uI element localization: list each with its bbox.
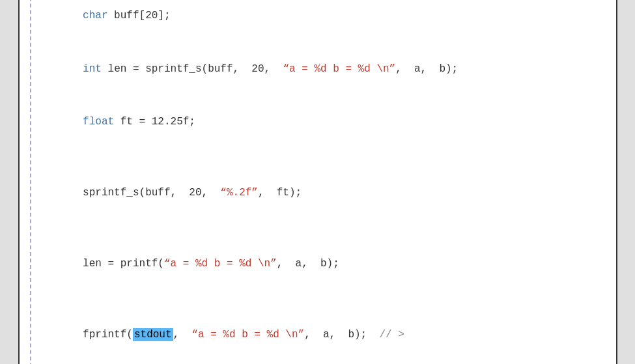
code-line-2: char buff[20]; (46, 0, 597, 43)
empty-line-3 (46, 290, 597, 308)
code-line-4: float ft = 12.25f; (46, 96, 597, 149)
code-area: { int a = 100, b = 200; char buff[20]; i… (46, 0, 597, 364)
code-line-6: sprintf_s(buff, 20, “%.2f”, ft); (46, 167, 597, 220)
keyword-char: char (83, 10, 107, 21)
code-line-10: fprintf(stdout, “a = %d b = %d \n”, a, b… (46, 308, 597, 361)
stdout-highlight: stdout (133, 328, 173, 341)
code-window: { int a = 100, b = 200; char buff[20]; i… (18, 0, 617, 364)
code-line-3: int len = sprintf_s(buff, 20, “a = %d b … (46, 43, 597, 96)
empty-line-1 (46, 149, 597, 167)
code-line-8: len = printf(“a = %d b = %d \n”, a, b); (46, 238, 597, 291)
comment-1: // > (379, 329, 404, 341)
string-3: “a = %d b = %d \n” (164, 258, 277, 270)
string-2: “%.2f” (220, 187, 258, 199)
gutter (20, 0, 31, 364)
string-4: “a = %d b = %d \n” (191, 329, 304, 341)
keyword-float: float (83, 116, 114, 128)
string-1: “a = %d b = %d \n” (283, 63, 395, 75)
keyword-int2: int (83, 63, 102, 75)
empty-line-2 (46, 219, 597, 237)
empty-line-4 (46, 361, 597, 364)
